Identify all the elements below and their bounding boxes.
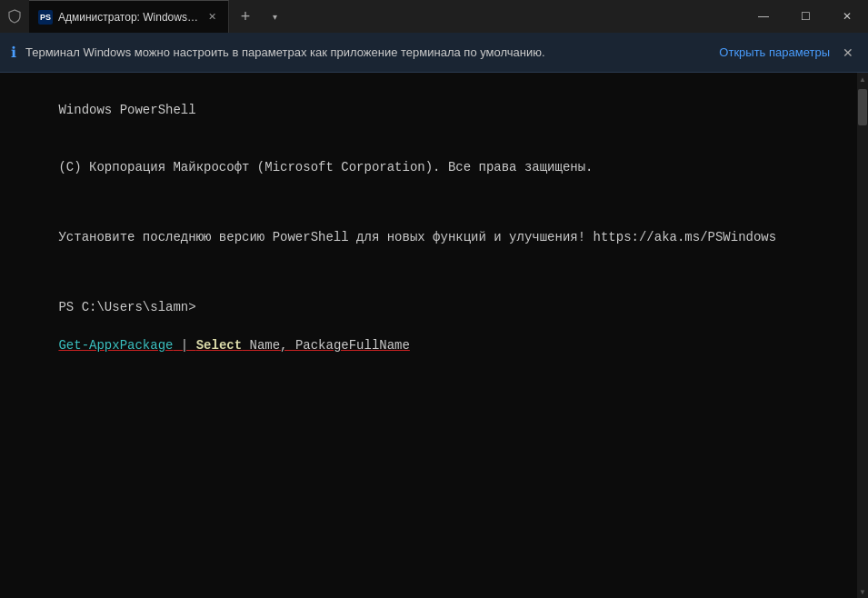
- info-icon: ℹ: [11, 44, 16, 61]
- active-tab[interactable]: PS Администратор: Windows Pc ✕: [29, 0, 229, 33]
- minimize-button[interactable]: —: [743, 0, 784, 33]
- cmd-pipe: |: [173, 338, 195, 353]
- notification-text: Терминал Windows можно настроить в парам…: [25, 45, 710, 59]
- tab-title: Администратор: Windows Pc: [58, 11, 199, 24]
- title-bar: PS Администратор: Windows Pc ✕ + ▾ — ☐ ✕: [0, 0, 868, 33]
- scroll-up-arrow[interactable]: ▲: [857, 73, 868, 85]
- notification-bar: ℹ Терминал Windows можно настроить в пар…: [0, 33, 868, 73]
- terminal-line-3: Установите последнюю версию PowerShell д…: [13, 209, 844, 266]
- terminal-area[interactable]: Windows PowerShell (С) Корпорация Майкро…: [0, 73, 857, 598]
- tab-dropdown-button[interactable]: ▾: [262, 0, 287, 33]
- window-controls: — ☐ ✕: [743, 0, 868, 33]
- terminal-command-line: PS C:\Users\slamn> Get-AppxPackage | Sel…: [13, 279, 844, 374]
- cmd-select: Select: [196, 338, 242, 353]
- open-settings-link[interactable]: Открыть параметры: [719, 45, 830, 59]
- terminal-wrapper: Windows PowerShell (С) Корпорация Майкро…: [0, 73, 868, 598]
- close-button[interactable]: ✕: [826, 0, 868, 33]
- terminal-line-1: Windows PowerShell: [13, 82, 844, 139]
- ps-prompt: PS C:\Users\slamn>: [58, 300, 195, 314]
- title-bar-left: PS Администратор: Windows Pc ✕ + ▾: [0, 0, 743, 33]
- terminal-line-2: (С) Корпорация Майкрософт (Microsoft Cor…: [13, 139, 844, 196]
- tab-close-button[interactable]: ✕: [205, 10, 219, 25]
- notification-close-button[interactable]: ✕: [839, 44, 857, 62]
- shield-icon: [0, 0, 29, 33]
- terminal-scrollbar[interactable]: ▲ ▼: [857, 73, 868, 598]
- scroll-down-arrow[interactable]: ▼: [857, 585, 868, 598]
- cmd-get-appxpackage: Get-AppxPackage: [58, 338, 173, 353]
- new-tab-button[interactable]: +: [229, 0, 262, 33]
- maximize-button[interactable]: ☐: [784, 0, 826, 33]
- powershell-icon: PS: [38, 10, 53, 25]
- terminal-blank-1: [13, 196, 844, 209]
- scroll-thumb[interactable]: [858, 89, 867, 125]
- scroll-track[interactable]: [857, 85, 868, 585]
- terminal-blank-2: [13, 266, 844, 279]
- cmd-args: Name, PackageFullName: [242, 338, 410, 353]
